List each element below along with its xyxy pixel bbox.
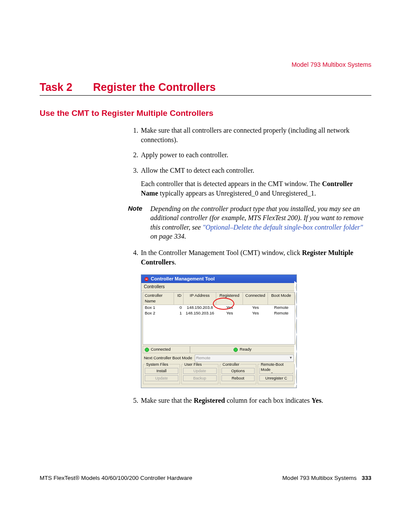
status-dot-icon	[145, 348, 149, 352]
group-user-files: User Files Update Backup	[181, 364, 218, 384]
cell-connected: Yes	[243, 311, 268, 316]
text-run: In the Controller Management Tool (CMT) …	[141, 249, 302, 256]
page-number: 333	[361, 475, 371, 481]
table-row[interactable]: Box 1 0 148.150.203.8 Yes Yes Remote	[143, 305, 295, 311]
cell-id: 0	[174, 305, 184, 311]
step-number: 4.	[128, 248, 138, 267]
chevron-down-icon: ▼	[289, 356, 293, 361]
col-header-ip[interactable]: IP Address	[184, 292, 216, 305]
footer-left: MTS FlexTest® Models 40/60/100/200 Contr…	[40, 475, 192, 481]
footer-right: Model 793 Multibox Systems 333	[282, 475, 371, 481]
unregister-controller-button[interactable]: Unregister C	[259, 375, 293, 381]
text-bold: Yes	[311, 397, 321, 404]
table-header-row: Controller Name ID IP Address Registered…	[143, 292, 295, 305]
text-run: typically appears as Unregistered_0 and …	[158, 190, 316, 197]
step-text: In the Controller Management Tool (CMT) …	[141, 248, 371, 267]
body-column: 1. Make sure that all controllers are co…	[128, 126, 371, 405]
update-button[interactable]: Update	[183, 368, 217, 374]
cell-ip: 148.150.203.16	[184, 311, 216, 316]
page: Model 793 Multibox Systems Task 2 Regist…	[0, 0, 411, 532]
running-header: Model 793 Multibox Systems	[292, 61, 371, 68]
text-run: on page 334.	[150, 233, 186, 240]
note-label: Note	[128, 204, 150, 241]
text-bold: Registered	[194, 397, 225, 404]
status-connected-pane: Connected	[143, 346, 190, 353]
step-number: 2.	[128, 150, 138, 160]
options-button[interactable]: Options	[221, 368, 255, 374]
footer-section-label: Model 793 Multibox Systems	[282, 475, 357, 481]
boot-mode-select[interactable]: Remote ▼	[195, 355, 294, 362]
step-text: Allow the CMT to detect each controller.…	[141, 166, 371, 198]
status-connected-label: Connected	[151, 347, 171, 352]
status-ready-label: Ready	[240, 347, 251, 352]
group-title: User Files	[184, 362, 203, 367]
cell-bootmode: Remote	[268, 305, 295, 311]
col-header-id[interactable]: ID	[174, 292, 184, 305]
page-footer: MTS FlexTest® Models 40/60/100/200 Contr…	[40, 475, 371, 481]
text-run: Make sure that the	[141, 397, 194, 404]
group-title: Remote-Boot Mode	[260, 362, 294, 372]
step-number: 1.	[128, 126, 138, 144]
step-5: 5. Make sure that the Registered column …	[128, 396, 371, 405]
text-run: column for each box indicates	[225, 397, 311, 404]
svg-rect-1	[146, 279, 148, 280]
cell-bootmode: Remote	[268, 311, 295, 316]
col-header-name[interactable]: Controller Name	[143, 292, 174, 305]
col-header-bootmode[interactable]: Boot Mode	[268, 292, 295, 305]
cell-ip: 148.150.203.8	[184, 305, 216, 311]
button-groups: System Files Install Update User Files U…	[141, 363, 296, 388]
step-4: 4. In the Controller Management Tool (CM…	[128, 248, 371, 267]
section-subhead: Use the CMT to Register Multiple Control…	[40, 109, 371, 118]
menu-bar: Controllers	[141, 283, 296, 291]
cell-name: Box 2	[143, 311, 174, 316]
cmt-window: Controller Management Tool Controllers C…	[141, 274, 297, 388]
col-header-connected[interactable]: Connected	[243, 292, 268, 305]
table-row[interactable]: Box 2 1 148.150.203.16 Yes Yes Remote	[143, 311, 295, 316]
step-1: 1. Make sure that all controllers are co…	[128, 126, 371, 144]
window-title: Controller Management Tool	[151, 276, 215, 282]
text-run: Each controller that is detected appears…	[141, 180, 322, 187]
text-run: .	[174, 258, 176, 266]
cell-connected: Yes	[243, 305, 268, 311]
step-text: Make sure that the Registered column for…	[141, 396, 371, 405]
step-number: 5.	[128, 396, 138, 405]
status-ready-pane: Ready	[190, 346, 295, 353]
app-icon	[144, 277, 149, 282]
cell-registered: Yes	[216, 311, 243, 316]
step-paragraph: Each controller that is detected appears…	[141, 179, 371, 198]
step-text: Make sure that all controllers are conne…	[141, 126, 371, 144]
install-button[interactable]: Install	[145, 368, 178, 374]
menu-controllers[interactable]: Controllers	[144, 284, 165, 289]
cell-id: 1	[174, 311, 184, 316]
update-button[interactable]: Update	[145, 375, 178, 381]
note-text: Depending on the controller product type…	[150, 204, 371, 241]
cross-reference-link[interactable]: "Optional–Delete the default single-box …	[202, 224, 363, 231]
controller-table: Controller Name ID IP Address Registered…	[143, 292, 295, 345]
step-text-line: Allow the CMT to detect each controller.	[141, 167, 254, 174]
step-3: 3. Allow the CMT to detect each controll…	[128, 166, 371, 198]
boot-mode-label: Next Controller Boot Mode	[144, 355, 192, 361]
task-heading-row: Task 2 Register the Controllers	[40, 81, 371, 96]
note-block: Note Depending on the controller product…	[128, 204, 371, 241]
boot-mode-value: Remote	[196, 355, 210, 361]
step-2: 2. Apply power to each controller.	[128, 150, 371, 160]
window-titlebar: Controller Management Tool	[141, 275, 296, 283]
backup-button[interactable]: Backup	[183, 375, 217, 381]
task-title: Register the Controllers	[93, 81, 216, 93]
col-header-registered[interactable]: Registered	[216, 292, 243, 305]
group-remote-boot-mode: Remote-Boot Mode Register Co Unregister …	[258, 364, 295, 384]
cell-registered: Yes	[216, 305, 243, 311]
group-system-files: System Files Install Update	[143, 364, 180, 384]
reboot-button[interactable]: Reboot	[221, 375, 255, 381]
task-label: Task 2	[40, 81, 72, 93]
status-dot-icon	[234, 348, 238, 352]
status-bar: Connected Ready	[143, 346, 295, 353]
group-title: Controller	[222, 362, 240, 367]
cell-name: Box 1	[143, 305, 174, 311]
step-text: Apply power to each controller.	[141, 150, 371, 160]
text-run: .	[321, 397, 323, 404]
step-number: 3.	[128, 166, 138, 198]
group-title: System Files	[145, 362, 169, 367]
group-controller: Controller Options Reboot	[220, 364, 257, 384]
